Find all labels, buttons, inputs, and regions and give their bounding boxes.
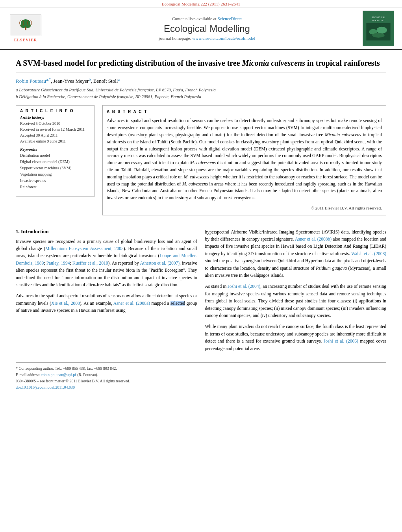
section1-para1: Invasive species are recognized as a pri… (16, 238, 197, 289)
affiliation-a: a Laboratoire Géosciences du Pacifique S… (16, 87, 386, 93)
svg-text:ECOLOGICAL: ECOLOGICAL (372, 16, 385, 19)
abstract-text: Advances in spatial and spectral resolut… (107, 117, 382, 202)
doi-note: doi:10.1016/j.ecolmodel.2011.04.030 (16, 385, 386, 390)
journal-cover-image: ECOLOGICAL MODELLING (363, 11, 394, 46)
svg-point-11 (377, 27, 387, 34)
doi-link[interactable]: doi:10.1016/j.ecolmodel.2011.04.030 (16, 385, 75, 389)
keyword-6: Rainforest (20, 184, 90, 190)
keywords-label: Keywords: (20, 147, 90, 152)
svg-point-12 (372, 33, 385, 37)
right-para2: As stated in Joshi et al. (2004), an inc… (205, 283, 387, 319)
correspondence-note: * Corresponding author. Tel.: +689 866 4… (16, 366, 386, 371)
joshi2006-link[interactable]: Joshi et al. (2006) (324, 339, 358, 343)
sciencedirect-link[interactable]: ScienceDirect (217, 16, 242, 21)
keywords-section: Keywords: Distribution model Digital ele… (20, 147, 90, 190)
kueffer-link[interactable]: Kueffer et al., 2010 (72, 261, 108, 265)
elsevier-tree-icon (18, 18, 33, 33)
svg-rect-3 (25, 26, 26, 30)
joshi2004-link[interactable]: Joshi et al. (2004) (228, 284, 260, 289)
asner2008a-link[interactable]: Asner et al. (2008a) (113, 301, 150, 306)
sciencedirect-line: Contents lists available at ScienceDirec… (51, 16, 363, 21)
article-info-title: A R T I C L E I N F O (20, 109, 90, 113)
email-link[interactable]: robin.pouteau@upf.pf (41, 373, 76, 377)
affiliations: a Laboratoire Géosciences du Pacifique S… (16, 87, 386, 100)
elsevier-brand-text: ELSEVIER (14, 38, 37, 42)
author1-link[interactable]: Robin Pouteau (16, 78, 46, 84)
elsevier-logo-box (10, 15, 41, 36)
received-date: Received 5 October 2010 (20, 120, 90, 126)
article-content: A SVM-based model for predicting distrib… (0, 50, 402, 399)
svg-text:MODELLING: MODELLING (372, 19, 385, 22)
abstract-column: A B S T R A C T Advances in spatial and … (102, 105, 386, 215)
copyright-notice: © 2011 Elsevier B.V. All rights reserved… (107, 205, 382, 212)
keyword-1: Distribution model (20, 152, 90, 159)
keywords-list: Distribution model Digital elevation mod… (20, 152, 90, 190)
article-history-label: Article history: (20, 115, 90, 120)
cover-svg: ECOLOGICAL MODELLING (365, 11, 392, 46)
revised-date: Received in revised form 12 March 2011 (20, 126, 90, 132)
keyword-3: Support vector machines (SVM) (20, 165, 90, 171)
keyword-2: Digital elevation model (DEM) (20, 159, 90, 165)
elsevier-logo: ELSEVIER (8, 15, 43, 42)
available-date: Available online 9 June 2011 (20, 138, 90, 144)
journal-header: ELSEVIER Contents lists available at Sci… (0, 7, 402, 50)
body-right-column: hyperspectral Airborne Visible/Infrared … (205, 228, 387, 356)
journal-citation-bar: Ecological Modelling 222 (2011) 2631–264… (0, 0, 402, 7)
abstract-box: A B S T R A C T Advances in spatial and … (102, 105, 386, 215)
accepted-date: Accepted 30 April 2011 (20, 132, 90, 138)
millennium-link[interactable]: Millennium Ecosystem Assessment, 2005 (45, 246, 124, 251)
body-section: 1. Introduction Invasive species are rec… (16, 228, 386, 356)
section1-para2: Advances in the spatial and spectral res… (16, 292, 197, 314)
journal-title: Ecological Modelling (51, 23, 363, 34)
abstract-title: A B S T R A C T (107, 109, 382, 115)
homepage-url[interactable]: www.elsevier.com/locate/ecolmodel (192, 36, 255, 41)
journal-citation: Ecological Modelling 222 (2011) 2631–264… (162, 2, 240, 6)
article-info-column: A R T I C L E I N F O Article history: R… (16, 105, 94, 215)
journal-center: Contents lists available at ScienceDirec… (51, 16, 363, 41)
authors-line: Robin Pouteaua,*, Jean-Yves Meyerb, Beno… (16, 77, 386, 84)
article-history-section: Article history: Received 5 October 2010… (20, 115, 90, 144)
issn-note: 0304-3800/$ – see front matter © 2011 El… (16, 378, 386, 384)
article-info-box: A R T I C L E I N F O Article history: R… (16, 105, 94, 197)
atherton-link[interactable]: Atherton et al. (2007) (140, 261, 180, 265)
footnotes-section: * Corresponding author. Tel.: +689 866 4… (16, 362, 386, 390)
section1-title: 1. Introduction (16, 228, 197, 235)
paulay-link[interactable]: Paulay, 1994 (46, 261, 70, 265)
asner2008b-link[interactable]: Asner et al. (2008b) (295, 237, 332, 241)
article-title: A SVM-based model for predicting distrib… (16, 58, 386, 72)
right-para1: hyperspectral Airborne Visible/Infrared … (205, 228, 387, 279)
journal-homepage: journal homepage: www.elsevier.com/locat… (51, 36, 363, 41)
xie-link[interactable]: Xie et al., 2008 (51, 301, 80, 306)
affiliation-b: b Délégation à la Recherche, Gouvernemen… (16, 93, 386, 100)
walsh-link[interactable]: Walsh et al. (2008) (351, 251, 386, 256)
section-divider (16, 222, 386, 222)
keyword-4: Vegetation mapping (20, 171, 90, 178)
info-abstract-section: A R T I C L E I N F O Article history: R… (16, 105, 386, 215)
keyword-5: Invasive species (20, 178, 90, 184)
email-note: E-mail address: robin.pouteau@upf.pf (R.… (16, 372, 386, 378)
right-para3: While many plant invaders do not reach t… (205, 323, 387, 352)
body-left-column: 1. Introduction Invasive species are rec… (16, 228, 197, 356)
selected-text-highlight: selected (170, 301, 185, 306)
